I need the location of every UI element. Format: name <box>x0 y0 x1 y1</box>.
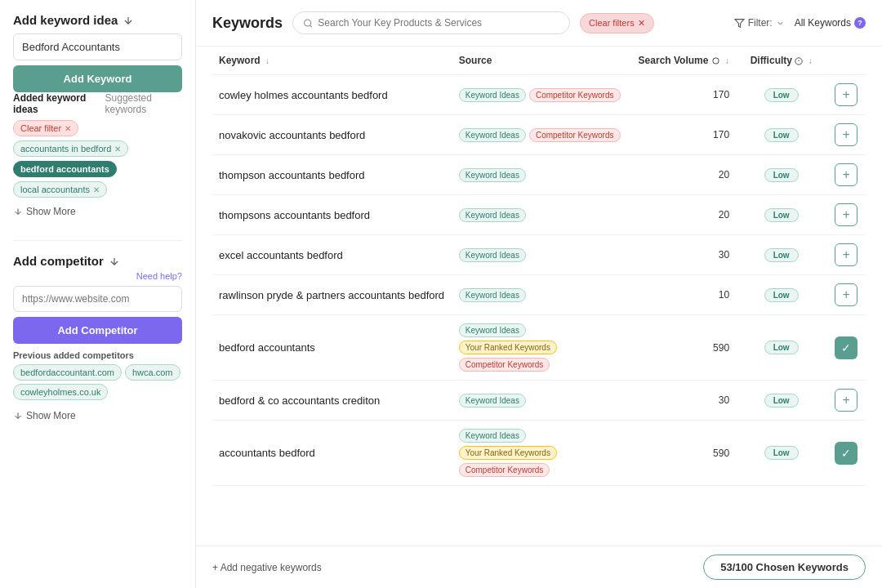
col-difficulty[interactable]: Difficulty ↓ <box>736 47 826 75</box>
help-icon: ? <box>854 17 866 29</box>
keyword-add-button[interactable]: + <box>835 283 858 306</box>
svg-point-2 <box>713 58 719 64</box>
filter-icon <box>734 18 745 29</box>
clear-filters-button[interactable]: Clear filters ✕ <box>580 13 654 33</box>
source-cell: Keyword Ideas <box>452 155 632 195</box>
action-cell: + <box>826 275 866 315</box>
difficulty-cell: Low <box>736 381 826 421</box>
tag-accountants-in-bedford[interactable]: accountants in bedford ✕ <box>13 140 128 157</box>
table-row: rawlinson pryde & partners accountants b… <box>212 275 866 315</box>
difficulty-cell: Low <box>736 155 826 195</box>
keyword-cell: bedford & co accountants crediton <box>212 381 452 421</box>
difficulty-cell: Low <box>736 315 826 381</box>
sidebar-divider <box>13 240 182 241</box>
keyword-add-button[interactable]: + <box>835 203 858 226</box>
search-bar[interactable] <box>292 11 570 34</box>
volume-cell: 590 <box>632 421 737 486</box>
svg-line-1 <box>310 24 312 26</box>
keyword-add-button[interactable]: + <box>835 243 858 266</box>
keyword-added-button[interactable]: ✓ <box>835 442 858 465</box>
tag-bedford-accountants[interactable]: bedford accountants <box>13 161 117 177</box>
table-row: cowley holmes accountants bedfordKeyword… <box>212 75 866 115</box>
volume-sort-icon <box>711 56 720 65</box>
show-more-keywords-button[interactable]: Show More <box>13 203 76 220</box>
add-negative-keywords-button[interactable]: + Add negative keywords <box>212 562 322 573</box>
keywords-table-wrapper: Keyword ↓ Source Search Volume ↓ Difficu… <box>196 47 882 546</box>
competitor-tag-hwca[interactable]: hwca.com <box>125 364 180 381</box>
filter-button[interactable]: Filter: <box>734 17 785 29</box>
source-cell: Keyword IdeasCompetitor Keywords <box>452 115 632 155</box>
action-cell: + <box>826 195 866 235</box>
keyword-cell: bedford accountants <box>212 315 452 381</box>
main-footer: + Add negative keywords 53/100 Chosen Ke… <box>196 546 882 588</box>
volume-cell: 20 <box>632 195 737 235</box>
source-cell: Keyword Ideas <box>452 195 632 235</box>
keyword-add-button[interactable]: + <box>835 83 858 106</box>
action-cell: ✓ <box>826 421 866 486</box>
keyword-add-button[interactable]: + <box>835 163 858 186</box>
tab-added-keywords[interactable]: Added keyword ideas <box>13 92 99 115</box>
show-more-competitors-button[interactable]: Show More <box>13 407 76 425</box>
add-keyword-button[interactable]: Add Keyword <box>13 65 182 92</box>
table-row: thompsons accountants bedfordKeyword Ide… <box>212 195 866 235</box>
keyword-cell: thompsons accountants bedford <box>212 195 452 235</box>
add-keyword-input[interactable] <box>13 33 182 60</box>
action-cell: + <box>826 381 866 421</box>
table-row: accountants bedfordKeyword IdeasYour Ran… <box>212 421 866 486</box>
action-cell: + <box>826 75 866 115</box>
competitor-tag-bedfordaccountant[interactable]: bedfordaccountant.com <box>13 364 122 381</box>
keyword-cell: accountants bedford <box>212 421 452 486</box>
table-header-row: Keyword ↓ Source Search Volume ↓ Difficu… <box>212 47 866 75</box>
volume-cell: 170 <box>632 115 737 155</box>
source-cell: Keyword Ideas <box>452 235 632 275</box>
keyword-added-button[interactable]: ✓ <box>835 336 858 359</box>
add-keyword-section: Add keyword idea Add Keyword Added keywo… <box>13 13 182 220</box>
clear-filter-tag[interactable]: Clear filter ✕ <box>13 120 78 136</box>
keyword-add-button[interactable]: + <box>835 123 858 146</box>
sidebar: Add keyword idea Add Keyword Added keywo… <box>0 0 196 588</box>
tab-suggested-keywords[interactable]: Suggested keywords <box>105 92 182 115</box>
col-source[interactable]: Source <box>452 47 632 75</box>
source-cell: Keyword IdeasYour Ranked KeywordsCompeti… <box>452 421 632 486</box>
source-cell: Keyword Ideas <box>452 275 632 315</box>
keyword-cell: novakovic accountants bedford <box>212 115 452 155</box>
difficulty-info-icon <box>795 57 803 65</box>
table-row: thompson accountants bedfordKeyword Idea… <box>212 155 866 195</box>
chosen-keywords-badge: 53/100 Chosen Keywords <box>703 555 866 580</box>
main-header: Keywords Clear filters ✕ Filter: All Key… <box>196 0 882 47</box>
all-keywords-label: All Keywords ? <box>795 17 866 29</box>
difficulty-cell: Low <box>736 195 826 235</box>
prev-competitors-label: Previous added competitors <box>13 350 182 360</box>
difficulty-cell: Low <box>736 75 826 115</box>
table-row: bedford accountantsKeyword IdeasYour Ran… <box>212 315 866 381</box>
volume-cell: 170 <box>632 75 737 115</box>
volume-cell: 590 <box>632 315 737 381</box>
need-help-link[interactable]: Need help? <box>13 271 182 281</box>
chevron-down-icon <box>776 19 785 28</box>
volume-cell: 30 <box>632 381 737 421</box>
keyword-cell: rawlinson pryde & partners accountants b… <box>212 275 452 315</box>
keyword-add-button[interactable]: + <box>835 389 858 412</box>
volume-cell: 30 <box>632 235 737 275</box>
competitor-tag-cowleyholmes[interactable]: cowleyholmes.co.uk <box>13 384 108 400</box>
search-input[interactable] <box>318 17 559 29</box>
keyword-cell: thompson accountants bedford <box>212 155 452 195</box>
table-row: excel accountants bedfordKeyword Ideas30… <box>212 235 866 275</box>
action-cell: + <box>826 115 866 155</box>
volume-cell: 20 <box>632 155 737 195</box>
tag-local-accountants[interactable]: local accountants ✕ <box>13 181 107 198</box>
source-cell: Keyword IdeasCompetitor Keywords <box>452 75 632 115</box>
keyword-filter-tags: Clear filter ✕ accountants in bedford ✕ … <box>13 120 182 198</box>
svg-point-0 <box>305 19 311 25</box>
difficulty-cell: Low <box>736 115 826 155</box>
action-cell: + <box>826 235 866 275</box>
source-cell: Keyword IdeasYour Ranked KeywordsCompeti… <box>452 315 632 381</box>
difficulty-cell: Low <box>736 235 826 275</box>
action-cell: + <box>826 155 866 195</box>
add-competitor-button[interactable]: Add Competitor <box>13 317 182 344</box>
add-keyword-title: Add keyword idea <box>13 13 182 27</box>
col-volume[interactable]: Search Volume ↓ <box>632 47 737 75</box>
source-cell: Keyword Ideas <box>452 381 632 421</box>
col-keyword[interactable]: Keyword ↓ <box>212 47 452 75</box>
competitor-url-input[interactable] <box>13 286 182 312</box>
